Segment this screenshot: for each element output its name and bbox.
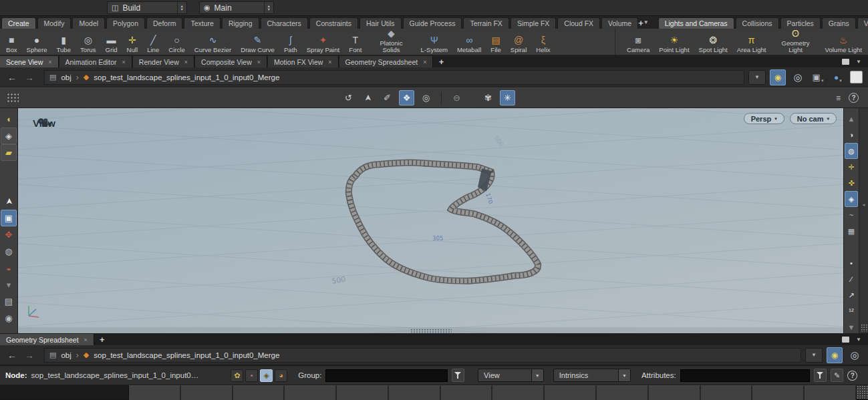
pick-attributes-icon[interactable]: ✎ — [831, 369, 843, 382]
metaball-tool-icon[interactable]: ∞ Metaball — [452, 29, 486, 55]
toolbar-grip[interactable] — [7, 93, 19, 103]
node-path-value[interactable]: sop_test_landscape_splines_input_1_0_inp… — [31, 371, 199, 379]
menu-item[interactable] — [56, 0, 69, 15]
spot-light-tool-icon[interactable]: ❂ Spot Light — [694, 29, 732, 55]
shelf-tab[interactable]: Terrain FX — [463, 17, 509, 29]
help-icon[interactable]: ? — [847, 371, 857, 381]
column-header[interactable] — [752, 385, 805, 400]
pane-menu-caret-icon[interactable]: ▼ — [856, 337, 861, 343]
column-header[interactable] — [649, 385, 701, 400]
display-markers-icon[interactable]: ↗ — [845, 287, 858, 303]
pane-resize-handle[interactable] — [410, 329, 452, 333]
column-header[interactable] — [441, 385, 493, 400]
shelf-tab[interactable]: Simple FX — [511, 17, 556, 29]
shelf-tab[interactable]: Modify — [37, 17, 71, 29]
help-icon[interactable]: ? — [849, 93, 859, 103]
shelf-tab[interactable]: Characters — [261, 17, 308, 29]
path-root[interactable]: obj — [61, 351, 71, 359]
view-state-icon[interactable]: ◖ — [1, 111, 17, 128]
tube-tool-icon[interactable]: ▮ Tube — [51, 29, 76, 55]
back-button[interactable]: ← — [5, 72, 19, 83]
scale-handle-icon[interactable]: ◒ — [1, 260, 17, 276]
draw-curve-tool-icon[interactable]: ✎ Draw Curve — [236, 29, 279, 55]
display-flag-icon[interactable]: ◈ — [260, 369, 273, 382]
headlight-icon[interactable]: ◍ — [845, 143, 858, 159]
curve-bezier-tool-icon[interactable]: ∿ Curve Bezier — [190, 29, 236, 55]
pane-split-icon[interactable] — [842, 337, 849, 343]
column-header[interactable] — [389, 385, 441, 400]
menu-item[interactable] — [43, 0, 56, 15]
column-header[interactable] — [129, 385, 181, 400]
select-mode-icon[interactable]: ➤ — [360, 90, 376, 106]
column-header[interactable] — [285, 385, 337, 400]
group-filter-icon[interactable] — [452, 369, 464, 382]
pane-tab[interactable]: Geometry Spreadsheet × — [339, 56, 434, 67]
pin-pane-icon[interactable]: ◉ — [770, 69, 786, 85]
objects-state-icon[interactable]: ▰ — [1, 144, 17, 161]
column-header[interactable] — [233, 385, 285, 400]
film-reel-icon[interactable]: ◉ — [1, 310, 17, 327]
viewport-options-icon[interactable]: ✳ — [500, 90, 515, 106]
column-header[interactable] — [337, 385, 389, 400]
intrinsics-dropdown[interactable]: Intrinsics ▼ — [553, 369, 631, 382]
pane-tab[interactable]: Animation Editor × — [59, 56, 132, 67]
path-history-caret[interactable]: ▼ — [748, 70, 766, 85]
point-numbers-icon[interactable]: ¹² — [845, 303, 858, 319]
shelf-tab[interactable]: Create — [1, 17, 36, 29]
close-tab-icon[interactable]: × — [84, 337, 88, 343]
pane-tab[interactable]: Render View × — [133, 56, 194, 67]
shelf-tab[interactable]: Volume — [601, 17, 638, 29]
line-tool-icon[interactable]: ╱ Line — [142, 29, 164, 55]
path-root[interactable]: obj — [61, 73, 71, 81]
column-header[interactable] — [181, 385, 233, 400]
close-tab-icon[interactable]: × — [184, 59, 188, 65]
template-flag-icon[interactable]: ✿ — [231, 369, 243, 382]
display-normals-icon[interactable]: ∕ — [845, 271, 858, 287]
pane-menu-caret-icon[interactable]: ▼ — [856, 59, 861, 65]
file-tool-icon[interactable]: ▤ File — [486, 29, 505, 55]
helix-tool-icon[interactable]: ξ Helix — [531, 29, 555, 55]
camera-tool-icon[interactable]: ◙ Camera — [622, 29, 654, 55]
scene-spinner[interactable]: ▲▼ — [264, 2, 273, 13]
spray-paint-tool-icon[interactable]: ✦ Spray Paint — [302, 29, 345, 55]
path-field[interactable]: ▤ obj › ◆ sop_test_landscape_splines_inp… — [44, 70, 744, 85]
area-light-tool-icon[interactable]: π Area Light — [732, 29, 771, 55]
shelf-tab[interactable]: Constraints — [309, 17, 358, 29]
l-system-tool-icon[interactable]: Ψ L-System — [416, 29, 452, 55]
camera-display-icon[interactable]: ▦ — [845, 223, 858, 239]
close-tab-icon[interactable]: × — [257, 59, 261, 65]
close-tab-icon[interactable]: × — [122, 59, 126, 65]
select-objects-icon[interactable]: ❖ — [399, 90, 414, 106]
collapse-arrow-icon[interactable]: ◂ — [862, 202, 865, 208]
close-tab-icon[interactable]: × — [423, 59, 426, 65]
spiral-tool-icon[interactable]: @ Spiral — [506, 29, 532, 55]
column-header[interactable] — [492, 385, 545, 400]
attributes-input[interactable] — [680, 369, 810, 382]
menu-item[interactable] — [16, 0, 29, 15]
null-tool-icon[interactable]: ✛ Null — [122, 29, 143, 55]
path-node[interactable]: sop_test_landscape_splines_input_1_0_inp… — [94, 351, 279, 359]
material-menu-icon[interactable]: ●▾ — [830, 69, 846, 85]
column-header[interactable] — [805, 385, 857, 400]
column-header[interactable] — [545, 385, 597, 400]
pane-tab[interactable]: Geometry Spreadsheet × — [0, 334, 94, 345]
color-swatch[interactable] — [850, 71, 863, 83]
volume-light-tool-icon[interactable]: ♨ Volume Light — [821, 29, 867, 55]
area-select-icon[interactable]: ◎ — [418, 90, 434, 106]
scene-selector[interactable]: ◉ Main ▲▼ — [199, 1, 274, 14]
shelf-overflow-caret-icon[interactable]: ▼ — [643, 19, 649, 25]
back-button[interactable]: ← — [5, 350, 19, 361]
view-dropdown[interactable]: View ▼ — [478, 369, 544, 382]
shelf-tab[interactable]: Particles — [780, 17, 821, 29]
add-light-icon[interactable]: ✛ — [845, 159, 858, 175]
desktop-selector[interactable]: ◫ Build ▲▼ — [107, 1, 187, 14]
display-points-icon[interactable]: • — [845, 255, 858, 271]
pin-pane-icon[interactable]: ◉ — [827, 347, 843, 363]
shelf-tab[interactable]: Vellum — [857, 17, 868, 29]
shelf-tab[interactable]: Grains — [822, 17, 856, 29]
forward-button[interactable]: → — [23, 350, 36, 361]
geometry-menu-icon[interactable]: ▣▾ — [810, 69, 826, 85]
desktop-spinner[interactable]: ▲▼ — [177, 2, 186, 13]
close-tab-icon[interactable]: × — [328, 59, 331, 65]
path-tool-icon[interactable]: ʃ Path — [279, 29, 302, 55]
